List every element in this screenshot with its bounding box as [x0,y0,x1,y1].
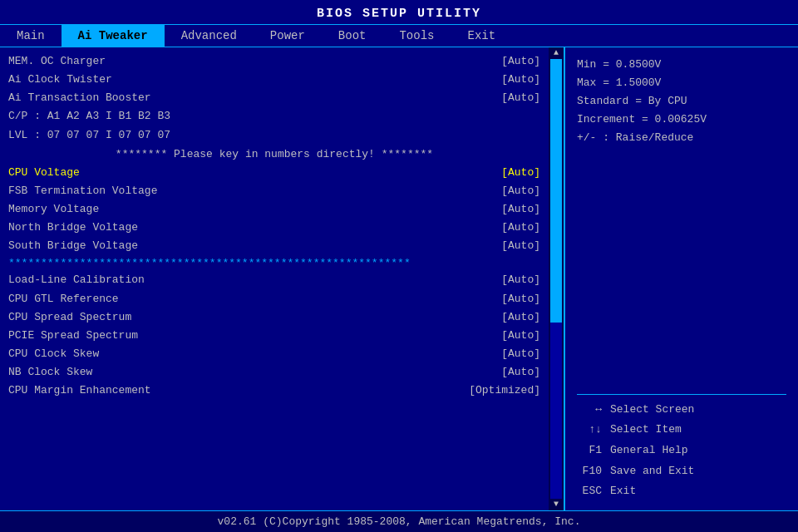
setting-value: [Auto] [501,364,540,381]
menu-item-exit[interactable]: Exit [451,25,512,47]
settings-list: MEM. OC Charger[Auto]Ai Clock Twister[Au… [8,52,555,400]
nav-key: F10 [577,461,602,482]
nav-row: F1General Help [577,441,786,461]
info-line: Max = 1.5000V [577,74,786,92]
voltage-row[interactable]: North Bridge Voltage[Auto] [8,219,540,237]
setting-value: [Auto] [501,53,540,70]
nav-key: ↑↓ [577,420,602,441]
nav-row: F10Save and Exit [577,461,786,482]
menu-item-ai-tweaker[interactable]: Ai Tweaker [62,25,165,47]
setting-name: CPU Clock Skew [8,346,99,362]
nav-separator [577,394,786,395]
setting-name: NB Clock Skew [8,364,92,381]
nav-row: ↔Select Screen [577,400,786,421]
setting-value: [Optimized] [469,382,540,399]
setting-name: CPU Spread Spectrum [8,309,131,326]
setting-row: C/P : A1 A2 A3 I B1 B2 B3 [8,107,540,126]
setting-row: Ai Clock Twister[Auto] [8,71,540,89]
nav-key: ↔ [577,400,602,421]
voltage-name: Memory Voltage [8,201,99,218]
voltage-row[interactable]: FSB Termination Voltage[Auto] [8,182,540,200]
voltage-info: Min = 0.8500VMax = 1.5000VStandard = By … [577,56,786,147]
nav-row: ↑↓Select Item [577,420,786,441]
setting-name: C/P : A1 A2 A3 I B1 B2 B3 [8,108,170,125]
bios-title: BIOS SETUP UTILITY [0,0,798,24]
setting-name: LVL : 07 07 07 I 07 07 07 [8,127,170,144]
setting-value: [Auto] [501,71,540,88]
setting-row: LVL : 07 07 07 I 07 07 07 [8,126,540,145]
setting-row[interactable]: CPU Clock Skew[Auto] [8,345,540,363]
voltage-row[interactable]: Memory Voltage[Auto] [8,200,540,219]
setting-row: MEM. OC Charger[Auto] [8,52,540,71]
setting-name: Load-Line Calibration [8,272,145,288]
menu-bar: MainAi TweakerAdvancedPowerBootToolsExit [0,24,798,47]
nav-desc: Save and Exit [610,461,694,482]
scrollbar[interactable]: ▲ ▼ [549,47,564,510]
info-line: Increment = 0.00625V [577,111,786,129]
setting-row[interactable]: CPU GTL Reference[Auto] [8,290,540,308]
voltage-row[interactable]: CPU Voltage[Auto] [8,164,540,182]
settings-panel: MEM. OC Charger[Auto]Ai Clock Twister[Au… [0,47,565,510]
nav-desc: Exit [610,481,636,502]
scroll-down[interactable]: ▼ [550,499,562,510]
setting-value: [Auto] [501,346,540,362]
voltage-name: North Bridge Voltage [8,219,138,236]
setting-row[interactable]: PCIE Spread Spectrum[Auto] [8,327,540,345]
info-panel: Min = 0.8500VMax = 1.5000VStandard = By … [565,47,798,510]
setting-row[interactable]: CPU Margin Enhancement[Optimized] [8,382,540,400]
nav-key: ESC [577,481,602,502]
setting-value: [Auto] [501,291,540,308]
info-line: Standard = By CPU [577,92,786,111]
setting-row[interactable]: NB Clock Skew[Auto] [8,363,540,382]
voltage-value: [Auto] [501,201,540,218]
setting-name: Ai Clock Twister [8,71,112,88]
menu-item-boot[interactable]: Boot [322,25,383,47]
navigation-help: ↔Select Screen↑↓Select ItemF1General Hel… [577,394,786,502]
scroll-up[interactable]: ▲ [550,47,562,59]
menu-item-power[interactable]: Power [254,25,322,47]
voltage-name: South Bridge Voltage [8,238,138,254]
setting-name: MEM. OC Charger [8,53,106,70]
main-content: MEM. OC Charger[Auto]Ai Clock Twister[Au… [0,47,798,510]
voltage-name: FSB Termination Voltage [8,183,157,200]
voltage-value: [Auto] [501,238,540,254]
voltage-row[interactable]: South Bridge Voltage[Auto] [8,237,540,255]
scrollbar-track [550,59,562,499]
status-bar: v02.61 (C)Copyright 1985-2008, American … [0,510,798,532]
info-line: Min = 0.8500V [577,56,786,74]
notice-text: ******** Please key in numbers directly!… [8,145,540,164]
voltage-value: [Auto] [501,219,540,236]
setting-value: [Auto] [501,309,540,326]
menu-item-advanced[interactable]: Advanced [165,25,254,47]
nav-desc: Select Screen [610,400,694,421]
setting-value: [Auto] [501,90,540,106]
setting-name: PCIE Spread Spectrum [8,328,138,344]
scrollbar-fill [550,59,562,323]
setting-row: Ai Transaction Booster[Auto] [8,89,540,107]
setting-name: CPU Margin Enhancement [8,382,151,399]
voltage-value: [Auto] [501,183,540,200]
nav-desc: General Help [610,441,688,461]
voltage-value: [Auto] [501,165,540,181]
setting-name: CPU GTL Reference [8,291,119,308]
menu-item-main[interactable]: Main [0,25,62,47]
info-line: +/- : Raise/Reduce [577,129,786,147]
voltage-name: CPU Voltage [8,165,80,181]
nav-desc: Select Item [610,420,682,441]
nav-key: F1 [577,441,602,461]
setting-name: Ai Transaction Booster [8,90,151,106]
nav-row: ESCExit [577,481,786,502]
separator-line: ****************************************… [8,255,540,271]
setting-row[interactable]: CPU Spread Spectrum[Auto] [8,308,540,327]
setting-value: [Auto] [501,272,540,288]
menu-item-tools[interactable]: Tools [382,25,451,47]
setting-row[interactable]: Load-Line Calibration[Auto] [8,271,540,289]
setting-value: [Auto] [501,328,540,344]
